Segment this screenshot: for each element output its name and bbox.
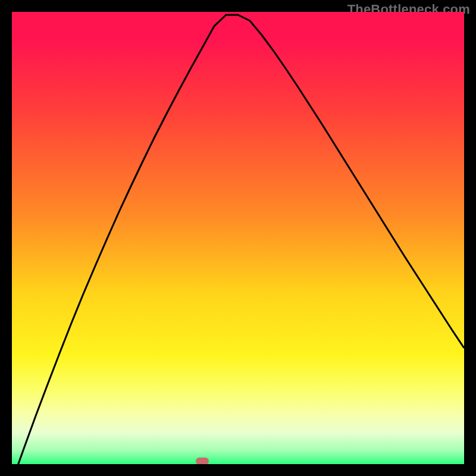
chart-frame: TheBottleneck.com: [0, 0, 476, 476]
bottleneck-curve-path: [12, 15, 464, 464]
plot-area: [12, 12, 464, 464]
curve-svg: [12, 12, 464, 464]
